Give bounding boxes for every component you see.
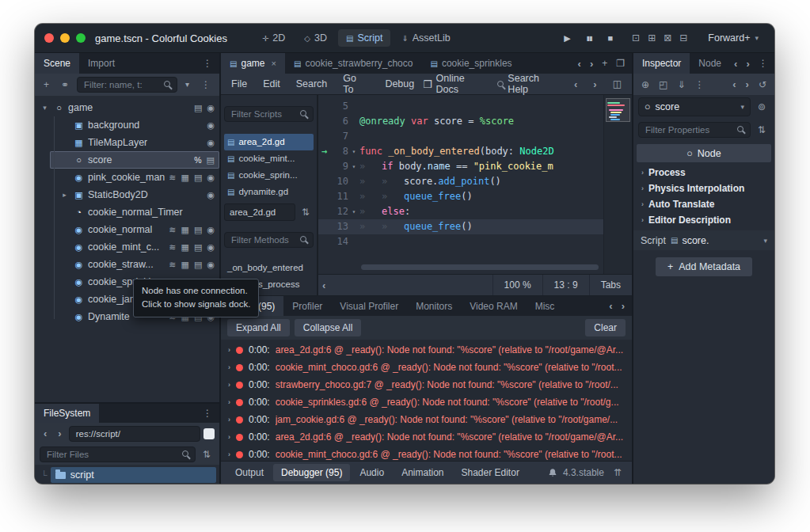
scene-menu-button[interactable]: ⋮ [197, 78, 215, 91]
error-list[interactable]: ›0:00:area_2d.gd:6 @ _ready(): Node not … [221, 340, 632, 461]
add-node-button[interactable]: + [40, 78, 53, 91]
group-icon[interactable]: ▦ [181, 225, 189, 235]
expander-icon[interactable]: › [228, 450, 230, 458]
tree-row-game[interactable]: ▾ ○ game ▤ ◉ [40, 99, 219, 116]
node-category-header[interactable]: ○ Node [637, 144, 771, 162]
expander-icon[interactable]: › [228, 381, 230, 389]
animation-button[interactable]: Animation [394, 464, 451, 481]
tab-video-ram[interactable]: Video RAM [461, 296, 526, 316]
stop-button[interactable]: ■ [603, 32, 618, 44]
object-dropdown[interactable]: ○ score ▾ [638, 97, 751, 116]
close-window-button[interactable] [44, 33, 54, 43]
scene-filter-input[interactable] [77, 77, 177, 93]
expand-bottom-panel-button[interactable]: ⇈ [610, 466, 626, 479]
expander-down-icon[interactable]: ▾ [40, 104, 50, 112]
filesystem-tree[interactable]: └ script [35, 465, 219, 484]
signal-icon[interactable]: ≋ [169, 173, 176, 183]
shader-editor-button[interactable]: Shader Editor [454, 464, 527, 481]
close-icon[interactable]: × [271, 59, 276, 68]
error-row[interactable]: ›0:00:jam_cookie.gd:6 @ _ready(): Node n… [221, 411, 632, 428]
signal-icon[interactable]: ≋ [169, 225, 176, 235]
script-icon[interactable]: ▤ [194, 173, 202, 183]
float-panel-button[interactable]: ❐ [612, 57, 629, 70]
script-icon[interactable]: ▤ [194, 242, 202, 253]
error-row[interactable]: ›0:00:cookie_mint_choco.gd:6 @ _ready():… [221, 359, 632, 376]
fold-icon[interactable]: ▾ [348, 144, 359, 159]
visibility-icon[interactable]: ◉ [207, 260, 215, 270]
code-line[interactable]: →8▾func _on_body_entered(body: Node2D [318, 144, 632, 159]
tree-row-cookie-straw[interactable]: ◉ cookie_straw... ≋▦▤◉ [50, 256, 219, 273]
new-script-button[interactable]: + [598, 57, 611, 70]
code-line-current[interactable]: 13»»queue_free() [318, 219, 632, 234]
script-icon[interactable]: ▤ [194, 225, 202, 235]
minimize-window-button[interactable] [60, 33, 70, 43]
prev-object-button[interactable]: ‹ [730, 57, 741, 70]
menu-search[interactable]: Search [289, 75, 335, 93]
instance-scene-button[interactable]: ⚭ [57, 78, 73, 91]
search-help-button[interactable]: Search Help [497, 73, 562, 95]
movie-maker-button[interactable]: ⊠ [664, 32, 671, 44]
play-button[interactable]: ▶ [559, 32, 575, 45]
code-line[interactable]: 6@onready var score = %score [318, 114, 632, 129]
category-editor-description[interactable]: ›Editor Description [633, 212, 774, 228]
tab-assetlib[interactable]: ⇓AssetLib [394, 29, 458, 47]
tab-2d[interactable]: ✛2D [254, 29, 293, 47]
notification-bell-icon[interactable] [548, 468, 557, 477]
split-mode-button[interactable] [203, 428, 215, 439]
chevron-down-icon[interactable]: ▾ [763, 237, 767, 245]
group-icon[interactable]: ▦ [181, 260, 189, 270]
script-icon[interactable]: ▤ [207, 155, 215, 165]
tree-row-cookie-mint[interactable]: ◉ cookie_mint_c... ≋▦▤◉ [50, 238, 219, 256]
visibility-icon[interactable]: ◉ [207, 190, 215, 200]
nav-back-icon[interactable]: ‹ [40, 427, 51, 440]
code-line[interactable]: 12▾»else: [318, 204, 632, 219]
dock-menu-icon[interactable]: ⋮ [199, 57, 216, 70]
expand-all-button[interactable]: Expand All [227, 319, 290, 336]
code-line[interactable]: 11»»queue_free() [318, 189, 632, 204]
group-icon[interactable]: ▦ [181, 173, 189, 183]
history-forward-button[interactable]: › [742, 78, 753, 91]
pause-button[interactable]: ▮▮ [582, 33, 597, 44]
tree-row-cookie-normal[interactable]: ◉ cookie_normal ≋▦▤◉ [50, 221, 219, 238]
script-property-value[interactable]: ▤ score. [671, 235, 759, 246]
fold-icon[interactable]: ▾ [348, 159, 359, 174]
error-row[interactable]: ›0:00:area_2d.gd:6 @ _ready(): Node not … [221, 428, 632, 446]
debugger-button[interactable]: Debugger (95) [273, 464, 350, 481]
tab-script[interactable]: ▤Script [338, 29, 390, 47]
expander-icon[interactable]: › [228, 346, 230, 354]
script-icon[interactable]: ▤ [194, 103, 202, 113]
nav-forward-icon[interactable]: › [54, 427, 65, 440]
run-extra-options-button[interactable]: ⊟ [679, 32, 687, 44]
tree-row-tilemaplayer[interactable]: ▦ TileMapLayer ◉ [50, 134, 219, 151]
horizontal-scrollbar[interactable] [361, 264, 599, 270]
unique-name-icon[interactable]: % [194, 155, 201, 165]
signal-icon[interactable]: ≋ [169, 260, 176, 270]
script-icon[interactable]: ▤ [194, 260, 202, 270]
renderer-dropdown[interactable]: Forward+ ▾ [702, 30, 765, 46]
scene-tree[interactable]: ▾ ○ game ▤ ◉ ▣ background ◉ ▦ [35, 96, 219, 402]
load-resource-button[interactable]: ◰ [655, 78, 671, 91]
current-script-name[interactable]: area_2d.gd [224, 203, 295, 221]
online-docs-button[interactable]: ❒Online Docs [423, 73, 489, 95]
visibility-icon[interactable]: ◉ [207, 173, 215, 183]
visibility-icon[interactable]: ◉ [207, 120, 215, 131]
tab-scene[interactable]: Scene [35, 53, 79, 74]
toggle-scripts-panel-button[interactable]: ◫ [609, 78, 626, 90]
tab-monitors[interactable]: Monitors [407, 296, 461, 316]
sort-files-button[interactable]: ⇅ [199, 448, 215, 461]
tree-row-staticbody2d[interactable]: ▸▣ StaticBody2D ◉ [50, 186, 219, 203]
tab-visual-profiler[interactable]: Visual Profiler [331, 296, 407, 316]
visibility-icon[interactable]: ◉ [207, 242, 215, 253]
new-resource-button[interactable]: ⊕ [637, 78, 653, 91]
group-icon[interactable]: ▦ [181, 242, 189, 253]
code-editor[interactable]: 5 6@onready var score = %score 7 →8▾func… [318, 95, 632, 274]
menu-edit[interactable]: Edit [256, 75, 287, 93]
property-sort-button[interactable]: ⇅ [754, 124, 770, 136]
zoom-level[interactable]: 100 % [492, 275, 542, 295]
collapse-all-button[interactable]: Collapse All [295, 319, 362, 336]
scroll-tabs-left-button[interactable]: ‹ [574, 57, 585, 70]
tree-row-pink-cookie-man[interactable]: ◉ pink_cookie_man ≋▦▤◉ [50, 169, 219, 186]
tab-filesystem[interactable]: FileSystem [35, 404, 99, 423]
visibility-icon[interactable]: ◉ [207, 225, 215, 235]
tree-row-cookie-normal-timer[interactable]: ◔ cookie_normal_Timer [50, 203, 219, 221]
